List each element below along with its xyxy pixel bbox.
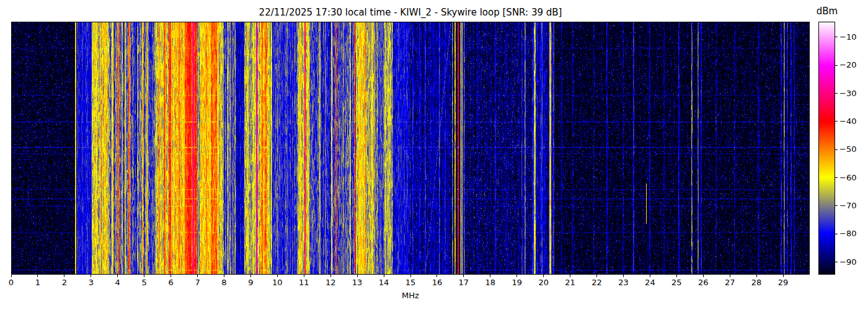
x-axis-tick-label: 18 [480, 278, 501, 287]
x-axis-tick [250, 275, 251, 277]
x-axis-tick-label: 2 [54, 278, 75, 287]
x-axis-tick-label: 7 [187, 278, 208, 287]
colorbar-label: dBm [811, 6, 843, 17]
waterfall-plot [11, 22, 810, 275]
colorbar [818, 22, 835, 275]
colorbar-tick [835, 177, 838, 178]
x-axis-tick-label: 21 [560, 278, 581, 287]
colorbar-tick [835, 65, 838, 66]
x-axis-tick [224, 275, 224, 277]
x-axis-tick [304, 275, 304, 277]
x-axis-tick-label: 8 [213, 278, 234, 287]
colorbar-tick [835, 37, 838, 37]
x-axis-tick [410, 275, 411, 277]
x-axis-tick [144, 275, 144, 277]
x-axis-tick [676, 275, 677, 277]
x-axis-tick [37, 275, 38, 277]
x-axis-tick [277, 275, 278, 277]
colorbar-canvas [819, 22, 835, 274]
x-axis-tick-label: 23 [613, 278, 634, 287]
x-axis-tick-label: 26 [693, 278, 714, 287]
x-axis-tick [490, 275, 490, 277]
colorbar-tick [835, 121, 838, 122]
x-axis-tick [516, 275, 517, 277]
x-axis-tick-label: 6 [161, 278, 182, 287]
x-axis-tick [330, 275, 331, 277]
x-axis-tick [91, 275, 91, 277]
colorbar-tick-label: −10 [839, 32, 864, 43]
colorbar-tick-label: −50 [839, 144, 864, 155]
x-axis-tick [436, 275, 437, 277]
x-axis-tick [170, 275, 171, 277]
x-axis-tick-label: 5 [134, 278, 155, 287]
x-axis-tick-label: 22 [587, 278, 608, 287]
x-axis-tick [384, 275, 384, 277]
colorbar-tick [835, 262, 838, 262]
x-axis-tick [596, 275, 597, 277]
waterfall-canvas [12, 22, 809, 274]
colorbar-tick-label: −60 [839, 172, 864, 184]
x-axis-tick-label: 19 [507, 278, 528, 287]
x-axis-tick [543, 275, 544, 277]
x-axis-tick-label: 9 [240, 278, 261, 287]
x-axis-tick-label: 25 [666, 278, 687, 287]
colorbar-tick-label: −40 [839, 116, 864, 127]
colorbar-tick-label: −90 [839, 257, 864, 268]
x-axis-label: MHz [11, 291, 810, 300]
x-axis-tick [730, 275, 730, 277]
x-axis-tick-label: 13 [347, 278, 368, 287]
colorbar-tick-label: −80 [839, 228, 864, 239]
x-axis-tick [117, 275, 118, 277]
x-axis-tick-label: 17 [453, 278, 474, 287]
x-axis-tick-label: 14 [373, 278, 394, 287]
spectrogram-figure: 22/11/2025 17:30 local time - KIWI_2 - S… [0, 0, 868, 310]
colorbar-tick-label: −30 [839, 88, 864, 99]
x-axis-tick [64, 275, 64, 277]
colorbar-tick [835, 234, 838, 234]
colorbar-tick [835, 93, 838, 94]
x-axis-tick-label: 10 [267, 278, 288, 287]
x-axis-tick-label: 28 [746, 278, 767, 287]
x-axis-tick [463, 275, 464, 277]
x-axis-tick [703, 275, 704, 277]
x-axis-tick-label: 15 [400, 278, 421, 287]
colorbar-tick-label: −20 [839, 60, 864, 71]
x-axis-tick [650, 275, 650, 277]
x-axis-tick-label: 27 [719, 278, 740, 287]
x-axis-tick [783, 275, 784, 277]
x-axis-tick-label: 12 [320, 278, 341, 287]
x-axis-tick [11, 275, 12, 277]
colorbar-tick-label: −70 [839, 200, 864, 211]
colorbar-tick [835, 205, 838, 206]
x-axis-tick-label: 20 [533, 278, 554, 287]
colorbar-tick [835, 149, 838, 150]
x-axis-tick [570, 275, 570, 277]
x-axis-tick [197, 275, 198, 277]
plot-title: 22/11/2025 17:30 local time - KIWI_2 - S… [11, 7, 810, 18]
x-axis-tick [357, 275, 358, 277]
x-axis-tick-label: 1 [27, 278, 48, 287]
x-axis-tick-label: 24 [639, 278, 660, 287]
x-axis-tick-label: 16 [427, 278, 448, 287]
x-axis-tick [623, 275, 624, 277]
x-axis-tick-label: 3 [81, 278, 102, 287]
x-axis-tick-label: 4 [107, 278, 128, 287]
x-axis-tick-label: 0 [1, 278, 22, 287]
x-axis-tick-label: 11 [293, 278, 314, 287]
x-axis-tick [756, 275, 757, 277]
x-axis-tick-label: 29 [773, 278, 794, 287]
